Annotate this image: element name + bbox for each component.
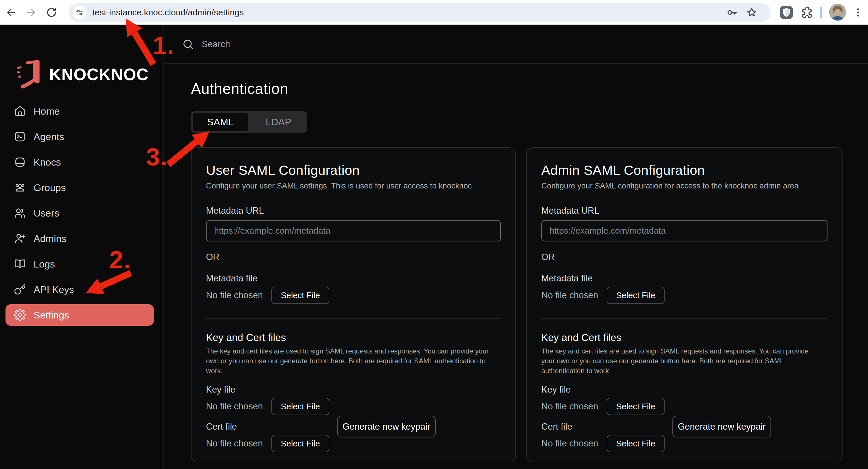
book-open-icon [14, 258, 26, 270]
no-file-chosen-text: No file chosen [206, 290, 263, 300]
metadata-file-label: Metadata file [206, 273, 501, 284]
key-cert-line: work. [206, 366, 501, 376]
key-cert-title: Key and Cert files [206, 332, 501, 343]
bookmark-button[interactable] [745, 6, 758, 19]
select-metadata-file-button[interactable]: Select File [607, 287, 664, 304]
search-placeholder: Search [202, 25, 230, 64]
key-icon [726, 7, 738, 18]
no-file-chosen-text: No file chosen [206, 438, 263, 449]
gear-icon [14, 309, 26, 321]
key-cert-title: Key and Cert files [541, 332, 828, 343]
search-bar[interactable]: Search [165, 25, 868, 64]
tab-ldap[interactable]: LDAP [250, 111, 307, 133]
sidebar-item-api-keys[interactable]: API Keys [0, 277, 163, 302]
or-label: OR [206, 252, 501, 262]
or-label: OR [541, 252, 828, 262]
drive-icon [14, 156, 26, 168]
tune-icon [75, 8, 84, 17]
generate-keypair-button[interactable]: Generate new keypair [673, 416, 771, 437]
sidebar-item-admins[interactable]: Admins [0, 226, 163, 251]
address-bar[interactable]: test-instance.knoc.cloud/admin/settings [69, 3, 771, 22]
metadata-file-row: No file chosen Select File [541, 285, 828, 306]
sidebar-item-users[interactable]: Users [0, 200, 163, 226]
select-cert-file-button[interactable]: Select File [271, 435, 329, 452]
key-file-row: No file chosen Select File [206, 396, 501, 417]
no-file-chosen-text: No file chosen [206, 401, 263, 412]
section-divider [541, 319, 828, 319]
sidebar-item-home[interactable]: Home [0, 98, 163, 124]
reload-icon [46, 7, 57, 18]
browser-reload-button[interactable] [44, 5, 59, 20]
key-file-label: Key file [541, 384, 828, 395]
sidebar-item-label: Home [34, 106, 60, 117]
tab-saml[interactable]: SAML [193, 113, 248, 131]
sidebar-item-groups[interactable]: Groups [0, 175, 163, 200]
sidebar-item-label: Knocs [34, 157, 61, 168]
select-key-file-button[interactable]: Select File [607, 398, 664, 415]
active-item-highlight [5, 304, 154, 326]
page-title: Authentication [191, 80, 288, 97]
avatar-photo [829, 4, 846, 21]
puzzle-icon [801, 6, 814, 19]
arrow-left-icon [5, 7, 17, 18]
users-icon [14, 207, 26, 219]
metadata-url-input[interactable] [541, 220, 828, 241]
knocknoc-door-icon [16, 58, 44, 90]
generate-keypair-button[interactable]: Generate new keypair [337, 416, 436, 437]
admin-saml-card: Admin SAML Configuration Configure your … [526, 147, 842, 462]
sidebar-nav: Home Agents Knocs Groups Users Admins Lo… [0, 98, 163, 328]
key-cert-line: The key and cert files are used to sign … [206, 346, 501, 356]
browser-menu-button[interactable] [850, 5, 866, 20]
card-title: Admin SAML Configuration [541, 163, 828, 178]
auth-tab-group: SAML LDAP [191, 111, 307, 133]
no-file-chosen-text: No file chosen [541, 401, 598, 412]
metadata-url-label: Metadata URL [206, 206, 501, 216]
metadata-url-input[interactable] [206, 220, 501, 241]
groups-icon [14, 181, 26, 194]
select-metadata-file-button[interactable]: Select File [271, 287, 329, 304]
key-cert-line: own or you can use our generate button h… [206, 356, 501, 366]
browser-toolbar: test-instance.knoc.cloud/admin/settings [0, 0, 868, 25]
home-icon [14, 105, 26, 117]
key-cert-line: your own or you can use our generate but… [541, 356, 828, 366]
key-file-row: No file chosen Select File [541, 396, 828, 417]
card-subtitle: Configure your SAML configuration for ac… [541, 181, 828, 190]
kebab-menu-icon [852, 7, 864, 18]
sidebar-item-agents[interactable]: Agents [0, 124, 163, 149]
sidebar-item-logs[interactable]: Logs [0, 251, 163, 277]
metadata-file-label: Metadata file [541, 273, 828, 284]
metadata-file-row: No file chosen Select File [206, 285, 501, 306]
key-icon [14, 284, 26, 296]
key-cert-line: authentication to work. [541, 366, 828, 376]
user-saml-card: User SAML Configuration Configure your u… [191, 147, 516, 462]
sidebar-item-label: Agents [34, 131, 64, 142]
browser-back-button[interactable] [3, 5, 19, 20]
sidebar: KNOCKNOC Home Agents Knocs Groups Users … [0, 25, 164, 469]
bitwarden-extension-button[interactable] [779, 5, 793, 20]
sidebar-item-settings[interactable]: Settings [0, 302, 163, 328]
select-key-file-button[interactable]: Select File [271, 398, 329, 415]
sidebar-item-knocs[interactable]: Knocs [0, 149, 163, 175]
metadata-url-label: Metadata URL [541, 206, 828, 216]
toolbar-divider [820, 7, 822, 18]
no-file-chosen-text: No file chosen [541, 290, 598, 300]
search-icon [182, 38, 194, 50]
app-logo-text: KNOCKNOC [49, 65, 149, 84]
sidebar-item-label: Groups [34, 182, 66, 194]
browser-profile-avatar[interactable] [829, 4, 846, 21]
sidebar-item-label: Users [34, 208, 59, 219]
card-subtitle: Configure your user SAML settings. This … [206, 181, 501, 190]
key-cert-description: The key and cert files are used to sign … [541, 346, 828, 376]
app-logo[interactable]: KNOCKNOC [16, 58, 149, 90]
select-cert-file-button[interactable]: Select File [607, 435, 664, 452]
key-cert-description: The key and cert files are used to sign … [206, 346, 501, 376]
key-file-label: Key file [206, 384, 501, 395]
extensions-button[interactable] [800, 5, 814, 20]
browser-forward-button[interactable] [24, 5, 39, 20]
no-file-chosen-text: No file chosen [541, 438, 598, 449]
url-text: test-instance.knoc.cloud/admin/settings [92, 3, 244, 22]
sidebar-item-label: Settings [34, 310, 69, 321]
password-manager-button[interactable] [726, 6, 738, 19]
terminal-icon [14, 130, 26, 143]
site-settings-button[interactable] [73, 5, 87, 20]
